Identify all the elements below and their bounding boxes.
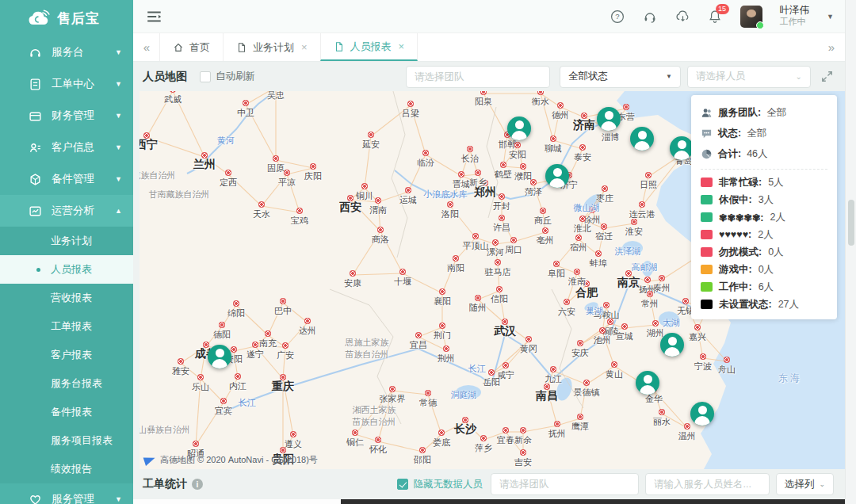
select-chevron-icon: ⌄ xyxy=(796,72,802,81)
legend-color-swatch xyxy=(701,247,713,257)
legend-items: 非常忙碌:5人休假中:3人✾✾✾✾✾:2人♥♥♥♥♥:2人勿扰模式:0人游戏中:… xyxy=(701,174,827,313)
choose-columns-button[interactable]: 选择列 ⌄ xyxy=(776,473,834,495)
main-area: ? 15 叶泽伟 工作中 ▼ xyxy=(133,0,845,504)
user-info[interactable]: 叶泽伟 工作中 xyxy=(780,5,810,28)
help-icon[interactable]: ? xyxy=(610,10,625,24)
sidebar-item-服务台[interactable]: 服务台▼ xyxy=(0,36,133,68)
partially-scrolled-content xyxy=(133,499,845,504)
headset-icon xyxy=(29,46,42,59)
tab-close-icon[interactable]: × xyxy=(301,41,308,53)
sidebar-subitem-label: 绩效报告 xyxy=(51,462,92,476)
map-attribution: 高德地图 © 2020 AutoNavi - GS(2018)号 xyxy=(144,454,318,466)
legend-summary-row: 合计:46人 xyxy=(701,143,827,164)
tab-首页[interactable]: 首页 xyxy=(159,33,224,61)
tabs-scroll-left-icon[interactable]: « xyxy=(133,33,160,61)
legend-status-value: 0人 xyxy=(768,246,783,259)
personnel-marker-icon[interactable] xyxy=(597,107,621,131)
personnel-marker-icon[interactable] xyxy=(636,371,659,395)
personnel-marker-icon[interactable] xyxy=(690,402,714,426)
parts-icon xyxy=(29,173,42,186)
tabs-scroll-right-icon[interactable]: » xyxy=(818,33,845,61)
partial-content-light xyxy=(133,499,341,504)
sidebar-item-label: 运营分析 xyxy=(52,204,94,218)
tab-close-icon[interactable]: × xyxy=(399,40,405,52)
sidebar-item-运营分析[interactable]: 运营分析▲ xyxy=(0,195,133,227)
tab-bar: « 首页业务计划×人员报表× » xyxy=(133,33,845,62)
legend-summary: 服务团队:全部状态:全部合计:46人 xyxy=(701,102,827,164)
sidebar-subitem-绩效报告[interactable]: 绩效报告 xyxy=(0,455,133,483)
partial-content-dark xyxy=(341,499,845,504)
status-filter-select[interactable]: 全部状态 ▼ xyxy=(560,66,681,88)
sidebar-item-工单中心[interactable]: 工单中心▼ xyxy=(0,68,133,100)
personnel-marker-icon[interactable] xyxy=(545,164,569,188)
page-scrollbar[interactable] xyxy=(845,0,856,504)
personnel-marker-icon[interactable] xyxy=(208,345,231,368)
caret-down-icon: ▼ xyxy=(115,80,122,88)
legend-summary-value: 全部 xyxy=(766,106,786,120)
download-release-icon[interactable] xyxy=(675,10,690,24)
workorder-icon xyxy=(29,78,42,91)
auto-refresh-label[interactable]: 自动刷新 xyxy=(216,70,255,83)
user-menu-caret-icon[interactable]: ▼ xyxy=(827,13,834,21)
user-status: 工作中 xyxy=(780,17,810,28)
columns-chevron-icon: ⌄ xyxy=(819,480,825,488)
team-icon xyxy=(701,107,713,119)
sidebar-subitem-人员报表[interactable]: 人员报表 xyxy=(0,255,133,284)
collapse-menu-icon[interactable] xyxy=(146,10,163,24)
status-icon xyxy=(701,128,713,139)
legend-summary-label: 状态: xyxy=(718,127,741,140)
tab-人员报表[interactable]: 人员报表× xyxy=(320,33,418,61)
personnel-marker-icon[interactable] xyxy=(670,136,694,160)
caret-down-icon: ▼ xyxy=(115,175,122,183)
notification-badge: 15 xyxy=(716,4,729,14)
legend-status-value: 0人 xyxy=(759,263,774,277)
sidebar-subitem-label: 备件报表 xyxy=(51,405,92,419)
sidebar-item-服务管理[interactable]: 服务管理▼ xyxy=(0,483,133,504)
sidebar-item-备件管理[interactable]: 备件管理▼ xyxy=(0,163,133,195)
sidebar-subitem-服务台报表[interactable]: 服务台报表 xyxy=(0,369,133,398)
stats-person-name-input[interactable] xyxy=(645,473,770,495)
sidebar-subitem-备件报表[interactable]: 备件报表 xyxy=(0,398,133,426)
sidebar-menu: 服务台▼工单中心▼财务管理▼客户信息▼备件管理▼运营分析▲业务计划人员报表营收报… xyxy=(0,36,133,504)
hide-empty-label[interactable]: 隐藏无数据人员 xyxy=(413,478,483,491)
caret-up-icon: ▲ xyxy=(115,207,122,215)
sidebar-subitem-营收报表[interactable]: 营收报表 xyxy=(0,284,133,312)
tab-label: 人员报表 xyxy=(350,40,392,54)
personnel-map[interactable]: 西宁兰州西安郑州济南武汉合肥南京上海南昌长沙重庆成都贵阳武威吴忠中卫定西固原平凉… xyxy=(139,91,845,469)
personnel-marker-icon[interactable] xyxy=(630,127,654,151)
app-title: 售后宝 xyxy=(57,10,100,28)
personnel-marker-icon[interactable] xyxy=(507,116,531,140)
scrollbar-thumb[interactable] xyxy=(848,200,854,246)
legend-summary-row: 状态:全部 xyxy=(701,123,827,143)
legend-summary-value: 全部 xyxy=(747,127,766,140)
person-filter-select[interactable]: 请选择人员 ⌄ xyxy=(687,66,811,88)
sidebar-subitem-业务计划[interactable]: 业务计划 xyxy=(0,227,133,255)
sidebar-subitem-工单报表[interactable]: 工单报表 xyxy=(0,312,133,341)
hide-empty-checkbox[interactable] xyxy=(397,479,408,490)
headset-support-icon[interactable] xyxy=(643,10,658,24)
sidebar-item-label: 备件管理 xyxy=(52,172,94,186)
sidebar-subitem-客户报表[interactable]: 客户报表 xyxy=(0,341,133,369)
legend-status-label: 未设置状态: xyxy=(719,298,772,311)
notification-bell-icon[interactable]: 15 xyxy=(708,10,723,24)
stats-team-filter-input[interactable] xyxy=(491,473,639,495)
legend-status-row: 游戏中:0人 xyxy=(701,261,827,278)
top-header: ? 15 叶泽伟 工作中 ▼ xyxy=(133,0,845,33)
fullscreen-expand-icon[interactable] xyxy=(820,70,834,83)
personnel-marker-icon[interactable] xyxy=(660,333,684,357)
team-filter-input[interactable] xyxy=(406,66,550,88)
sidebar-item-客户信息[interactable]: 客户信息▼ xyxy=(0,132,133,163)
sidebar-item-label: 服务台 xyxy=(52,45,84,59)
total-icon xyxy=(701,148,713,160)
map-toolbar: 人员地图 自动刷新 全部状态 ▼ 请选择人员 ⌄ xyxy=(133,62,845,91)
user-avatar[interactable] xyxy=(740,6,762,28)
sidebar-item-财务管理[interactable]: 财务管理▼ xyxy=(0,100,133,132)
sidebar-subitem-服务项目报表[interactable]: 服务项目报表 xyxy=(0,426,133,455)
legend-summary-row: 服务团队:全部 xyxy=(701,102,827,123)
auto-refresh-checkbox[interactable] xyxy=(200,71,211,82)
finance-icon xyxy=(29,109,42,123)
cloud-logo-icon xyxy=(27,10,51,27)
tab-业务计划[interactable]: 业务计划× xyxy=(223,33,321,61)
legend-status-value: 27人 xyxy=(778,298,799,311)
home-icon xyxy=(173,42,184,53)
